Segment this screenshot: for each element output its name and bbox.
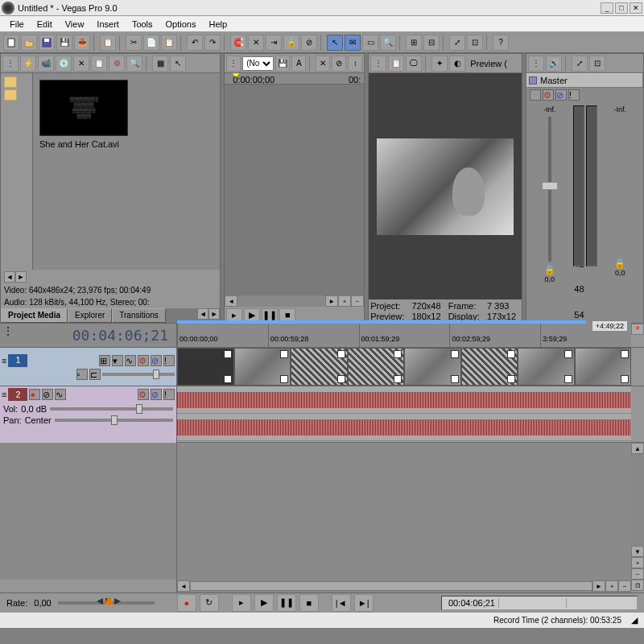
clip-pan-icon[interactable] xyxy=(394,375,402,383)
video-track-content[interactable] xyxy=(177,348,631,386)
clip-fx-icon[interactable] xyxy=(451,350,459,358)
video-clip[interactable] xyxy=(177,348,234,386)
record-button[interactable]: ● xyxy=(177,594,196,612)
video-clip[interactable] xyxy=(575,348,632,386)
timeline-current-time[interactable]: 00:04:06;21 xyxy=(72,327,168,344)
video-clip[interactable] xyxy=(234,348,291,386)
menu-help[interactable]: Help xyxy=(202,18,233,31)
close-button[interactable]: ✕ xyxy=(630,2,642,14)
clip-pan-icon[interactable] xyxy=(564,375,572,383)
trim-zoom-out[interactable]: − xyxy=(351,295,364,307)
go-start-button[interactable]: |◄ xyxy=(332,594,351,612)
track-auto-button[interactable]: ∿ xyxy=(55,389,66,400)
tool2-button[interactable]: ⊟ xyxy=(423,35,440,51)
help-button[interactable]: ? xyxy=(493,35,509,51)
pm-extract-button[interactable]: 💿 xyxy=(56,56,72,72)
master-mute-button[interactable]: ⊘ xyxy=(555,89,567,101)
go-end-button[interactable]: ►| xyxy=(354,594,374,612)
saveall-button[interactable]: 💾 xyxy=(56,35,72,51)
video-clip[interactable] xyxy=(461,348,518,386)
trim-remove-button[interactable]: ✕ xyxy=(316,56,330,72)
tool1-button[interactable]: ⊞ xyxy=(406,35,422,51)
clip-fx-icon[interactable] xyxy=(621,350,629,358)
zoom-fit-button[interactable]: ⊡ xyxy=(631,580,644,591)
prev-props-button[interactable]: 📋 xyxy=(388,56,404,72)
rate-slider[interactable] xyxy=(58,601,155,605)
prev-grip-icon[interactable]: ⋮ xyxy=(370,56,386,72)
ignore-button[interactable]: ⊘ xyxy=(301,35,317,51)
stop-button[interactable]: ■ xyxy=(299,594,319,612)
play-button[interactable]: ▶ xyxy=(254,594,274,612)
hscroll-right[interactable]: ► xyxy=(592,580,605,592)
timeline-ruler[interactable]: 00:00:00;00 00:00:59;28 00:01:59;29 00:0… xyxy=(177,324,631,347)
audio-track-header[interactable]: ≡ 2 ● ⊘ ∿ ⚙ ⊘ ! Vol: 0,0 dB Pan: Center xyxy=(0,386,177,443)
trim-sort-button[interactable]: ↕ xyxy=(348,56,362,72)
hzoom-out[interactable]: − xyxy=(618,580,631,592)
track-invert-button[interactable]: ⊘ xyxy=(42,389,53,400)
hscroll-thumb[interactable] xyxy=(190,581,592,591)
tool3-button[interactable]: ⤢ xyxy=(449,35,465,51)
timeline-empty-area[interactable]: ▲ ▼ + − xyxy=(0,443,644,580)
pm-arrow-button[interactable]: ↖ xyxy=(170,56,186,72)
transport-time-display[interactable]: 00:04:06;21 xyxy=(441,596,638,610)
pause-button[interactable]: ❚❚ xyxy=(277,594,296,612)
audio-track-content[interactable] xyxy=(177,386,631,442)
pm-content-area[interactable]: ░░░░░░░░░░░░░░░░░░░░░░░░░░░░░░ She and H… xyxy=(33,73,220,270)
track-auto-button[interactable]: ∿ xyxy=(125,355,136,366)
track-motion-button[interactable]: ⊞ xyxy=(99,355,110,366)
prev-external-button[interactable]: 🖵 xyxy=(406,56,422,72)
normal-tool-button[interactable]: ↖ xyxy=(327,35,343,51)
clip-pan-icon[interactable] xyxy=(451,375,459,383)
loop-button[interactable]: ↻ xyxy=(200,594,219,612)
trim-tool2-button[interactable]: ⊘ xyxy=(332,56,346,72)
pm-grip-icon[interactable]: ⋮ xyxy=(2,56,19,72)
trim-scroll-left[interactable]: ◄ xyxy=(225,295,237,307)
trim-play-button[interactable]: ▶ xyxy=(244,308,260,321)
prev-quality-dropdown[interactable]: Preview ( xyxy=(467,59,510,68)
maximize-button[interactable]: □ xyxy=(615,2,628,14)
master-fader-l[interactable] xyxy=(548,117,551,262)
select-tool-button[interactable]: ▭ xyxy=(362,35,378,51)
track-parent-button[interactable]: ⊏ xyxy=(89,369,101,380)
clip-fx-icon[interactable] xyxy=(394,350,402,358)
clip-pan-icon[interactable] xyxy=(280,375,288,383)
pm-views-button[interactable]: ▦ xyxy=(152,56,168,72)
tab-transitions[interactable]: Transitions xyxy=(112,308,166,323)
autoripple-button[interactable]: ⇥ xyxy=(266,35,282,51)
master-downmix-button[interactable]: ⊡ xyxy=(589,56,605,72)
pm-folder-tree[interactable] xyxy=(1,73,33,270)
hscroll-left[interactable]: ◄ xyxy=(177,580,190,592)
video-track-header[interactable]: ≡ 1 ⊞ ▾ ∿ ⚙ ⊘ ! ▫ ⊏ xyxy=(0,348,177,386)
render-button[interactable]: 📤 xyxy=(74,35,90,51)
undo-button[interactable]: ↶ xyxy=(187,35,203,51)
pm-import-button[interactable]: ⚡ xyxy=(20,56,36,72)
master-grip-icon[interactable]: ⋮ xyxy=(528,56,544,72)
track-arm-button[interactable]: ● xyxy=(29,389,40,400)
new-button[interactable] xyxy=(3,35,19,51)
track-comp-button[interactable]: ▾ xyxy=(112,355,123,366)
trim-tool1-button[interactable]: A xyxy=(291,56,306,72)
track-comp2-button[interactable]: ▫ xyxy=(76,369,88,380)
pm-fx-button[interactable]: ⚙ xyxy=(109,56,125,72)
folder-icon[interactable] xyxy=(4,89,17,101)
play-start-button[interactable]: ▸ xyxy=(232,594,251,612)
save-button[interactable] xyxy=(39,35,55,51)
tab-project-media[interactable]: Project Media xyxy=(1,308,68,323)
video-clip[interactable] xyxy=(404,348,461,386)
pm-capture-button[interactable]: 📹 xyxy=(38,56,54,72)
track-mute-button[interactable]: ⊘ xyxy=(151,389,162,400)
snap-button[interactable]: 🧲 xyxy=(230,35,246,51)
track-solo-button[interactable]: ! xyxy=(163,355,175,366)
clip-fx-icon[interactable] xyxy=(507,350,515,358)
pm-props-button[interactable]: 📋 xyxy=(91,56,107,72)
track-mute-button[interactable]: ⊘ xyxy=(151,355,162,366)
trim-stop-button[interactable]: ■ xyxy=(279,308,295,321)
pm-remove-button[interactable]: ✕ xyxy=(73,56,89,72)
redo-button[interactable]: ↷ xyxy=(204,35,221,51)
trim-save-button[interactable]: 💾 xyxy=(275,56,290,72)
clip-fx-icon[interactable] xyxy=(337,350,345,358)
vzoom-out[interactable]: − xyxy=(631,568,644,580)
track-grip-icon[interactable]: ≡ xyxy=(2,356,6,365)
track-level-slider[interactable] xyxy=(102,373,175,376)
master-dim-button[interactable]: ⤢ xyxy=(572,56,588,72)
